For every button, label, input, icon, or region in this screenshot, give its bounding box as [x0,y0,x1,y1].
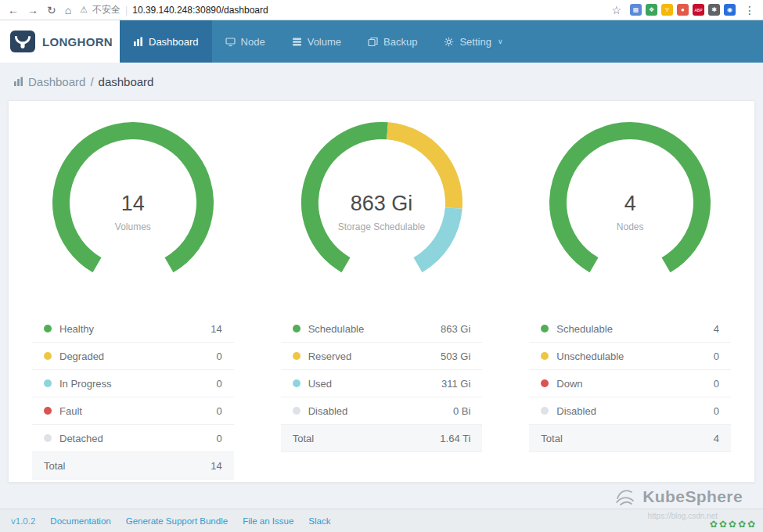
volumes-panel: 14 Volumes Healthy14Degraded0In Progress… [9,101,257,482]
legend-total-row: Total1.64 Ti [281,425,483,452]
not-secure-icon: ⚠ [80,5,88,15]
legend-value: 0 [216,433,221,444]
nav-item-node[interactable]: Node [212,20,279,63]
legend-value: 0 [216,378,221,390]
longhorn-brand[interactable]: LONGHORN [0,20,120,63]
legend-row-unschedulable: Unschedulable0 [529,343,731,370]
storage-panel: 863 Gi Storage Schedulable Schedulable86… [257,101,506,482]
reload-icon[interactable]: ↻ [47,5,56,16]
legend-dot [44,407,52,415]
footer-link-generate-support-bundle[interactable]: Generate Support Bundle [126,516,228,526]
browser-chrome: ← → ↻ ⌂ ⚠ 不安全 | 10.39.140.248:30890/dash… [0,0,763,20]
gauge-center-value: 4 [548,192,712,216]
nav-item-dashboard[interactable]: Dashboard [120,20,212,63]
gauge-center-value: 14 [51,192,215,216]
legend-label: Degraded [59,350,216,362]
nav-item-volume[interactable]: Volume [279,20,355,63]
legend-dot [541,325,549,332]
legend-value: 0 [216,350,221,362]
legend-dot [44,434,52,442]
main-nav: Dashboard Node Volume Backup Setting ∨ [120,20,516,63]
footer-link-documentation[interactable]: Documentation [50,516,110,526]
dashboard-icon [133,37,143,47]
legend-row-schedulable: Schedulable863 Gi [281,315,483,343]
extension-blue-grid[interactable]: ▦ [630,4,642,16]
nav-item-setting[interactable]: Setting ∨ [430,20,516,63]
gauge-center-label: Nodes [548,221,712,232]
volumes-legend-table: Healthy14Degraded0In Progress0Fault0Deta… [32,315,234,480]
nodes-legend-table: Schedulable4Unschedulable0Down0Disabled0… [529,315,731,452]
total-value: 14 [211,460,221,472]
volumes-gauge: 14 Volumes [51,121,215,276]
dashboard-card: 14 Volumes Healthy14Degraded0In Progress… [8,100,755,483]
extension-abp[interactable]: ABP [693,4,704,16]
legend-row-disabled: Disabled0 [529,397,731,425]
browser-menu-icon[interactable]: ⋮ [744,5,755,16]
gauge-center-label: Storage Schedulable [300,221,464,232]
total-value: 1.64 Ti [440,433,470,444]
forward-icon[interactable]: → [27,5,38,16]
legend-value: 311 Gi [441,378,470,390]
bookmark-star-icon[interactable]: ☆ [611,5,621,16]
legend-value: 503 Gi [441,350,470,362]
security-label: 不安全 [92,3,121,16]
back-icon[interactable]: ← [8,5,19,16]
breadcrumb-separator: / [90,75,93,88]
legend-value: 0 Bi [453,405,470,417]
storage-legend-table: Schedulable863 GiReserved503 GiUsed311 G… [281,315,483,452]
extension-orange-circle[interactable]: ● [677,4,689,16]
legend-dot [293,352,301,360]
legend-label: Detached [59,433,216,444]
kubesphere-watermark: KubeSphere [615,487,743,506]
longhorn-bull-icon [14,34,31,49]
chevron-down-icon: ∨ [498,38,503,45]
breadcrumb-section[interactable]: Dashboard [28,75,85,88]
legend-row-reserved: Reserved503 Gi [281,343,483,370]
legend-dot [44,352,52,360]
signature-watermark: ✿✿✿✿✿ [710,519,757,530]
legend-label: Reserved [308,350,441,362]
address-bar[interactable]: ⚠ 不安全 | 10.39.140.248:30890/dashboard [80,3,603,16]
legend-dot [44,379,52,387]
legend-label: Disabled [308,405,453,417]
total-label: Total [293,433,441,444]
extension-green[interactable]: ❖ [646,4,657,16]
total-label: Total [44,460,211,472]
legend-label: Unschedulable [556,350,713,362]
longhorn-logo [10,31,35,52]
legend-label: Schedulable [308,323,441,335]
legend-value: 0 [714,405,719,417]
blog-url-watermark: https://blog.csdn.net [647,512,718,520]
gauge-center-label: Volumes [51,221,215,232]
breadcrumb-page: dashboard [99,75,154,88]
extension-blue-circle[interactable]: ◉ [724,4,736,16]
legend-dot [293,407,301,415]
legend-value: 863 Gi [441,323,470,335]
kubesphere-logo-icon [615,487,635,506]
page-url: 10.39.140.248:30890/dashboard [132,5,268,16]
gauge-center: 4 Nodes [548,192,712,232]
legend-row-healthy: Healthy14 [32,315,234,343]
nav-item-backup[interactable]: Backup [355,20,430,63]
footer-link-slack[interactable]: Slack [308,516,330,526]
legend-label: Fault [59,405,216,417]
extension-dark[interactable]: ✱ [708,4,720,16]
home-icon[interactable]: ⌂ [65,5,71,16]
legend-row-detached: Detached0 [32,425,234,452]
legend-dot [293,379,301,387]
gauge-center-value: 863 Gi [300,192,464,216]
breadcrumb: Dashboard / dashboard [0,63,763,100]
legend-row-schedulable: Schedulable4 [529,315,731,343]
app-version: v1.0.2 [11,516,35,526]
legend-row-fault: Fault0 [32,397,234,425]
legend-row-down: Down0 [529,370,731,397]
legend-row-disabled: Disabled0 Bi [281,397,483,425]
legend-dot [293,325,301,332]
legend-value: 4 [714,323,719,335]
extension-yellow-y[interactable]: Y [661,4,673,16]
breadcrumb-chart-icon [13,77,23,87]
legend-label: Healthy [59,323,211,335]
total-label: Total [541,433,713,444]
footer-link-file-an-issue[interactable]: File an Issue [243,516,293,526]
legend-total-row: Total4 [529,425,731,452]
